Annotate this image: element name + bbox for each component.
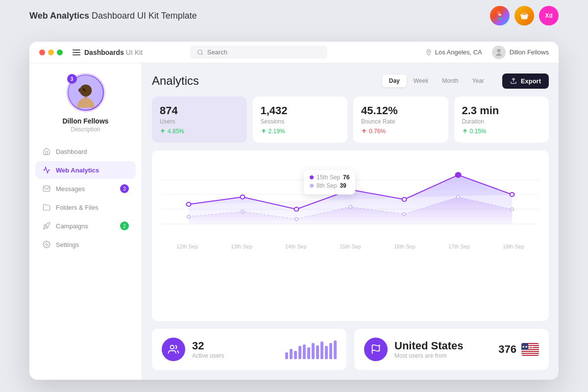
analytics-title: Analytics [152,74,199,88]
tab-week[interactable]: Week [407,74,435,87]
chart-svg [162,160,539,239]
svg-point-17 [241,195,245,199]
sidebar-item-web-analytics[interactable]: Web Analytics [35,161,136,179]
stat-label-bounce: Bounce Rate [361,118,441,125]
x-label-1: 13th Sep [231,244,252,249]
export-button[interactable]: Export [502,74,549,89]
user-avatar-small [492,46,506,59]
location-icon [425,49,432,56]
stat-change-duration: 0.15% [462,128,541,135]
stat-change-users: 4.85% [160,128,239,135]
sidebar-item-campaigns[interactable]: Campaigns 2 [35,217,136,235]
analytics-header: Analytics Day Week Month Year Export [152,73,549,89]
chart-icon [42,166,51,174]
sidebar-label-dashboard: Dashboard [56,148,87,155]
hamburger-menu[interactable] [73,49,80,55]
svg-point-3 [428,50,429,52]
mini-bar-item [312,343,315,359]
stat-change-sessions: 2.19% [261,128,340,135]
main-content: Analytics Day Week Month Year Export [142,63,559,380]
stat-value-duration: 2.3 min [462,104,541,117]
mini-bar-item [298,346,301,359]
mini-bar-chart [285,340,337,359]
change-val-duration: 0.15% [470,128,487,135]
tab-day[interactable]: Day [382,74,407,87]
user-area[interactable]: Dillon Fellows [492,46,549,59]
export-label: Export [521,77,541,85]
page-title-bold: Web Analytics [29,11,89,21]
svg-point-2 [198,50,202,54]
stat-card-duration: 2.3 min Duration 0.15% [454,97,549,143]
location-text: Los Angeles, CA [435,49,482,56]
svg-point-27 [403,213,406,216]
us-card-right: 376 [498,343,539,356]
mini-bar-item [285,352,288,359]
messages-badge: 3 [120,184,129,193]
folder-icon [42,203,51,212]
x-label-0: 12th Sep [176,244,198,249]
avatar-wrapper: 3 [66,73,105,112]
us-flag: ★★★★★★ [521,343,539,356]
flag-icon [370,344,381,355]
svg-point-10 [46,244,48,245]
change-val-bounce: 0.76% [369,128,386,135]
change-val-sessions: 2.19% [269,128,285,135]
sidebar-item-settings[interactable]: Settings [35,236,136,253]
search-input[interactable] [207,49,320,56]
stat-value-bounce: 45.12% [361,104,441,117]
avatar-badge: 3 [67,74,77,84]
nav-right: Los Angeles, CA Dillon Fellows [425,46,549,59]
mini-bar-item [290,349,293,359]
profile-section: 3 Dillon Fellows Description [62,73,108,133]
sidebar-item-folders[interactable]: Folders & Files [35,198,136,216]
x-label-5: 17th Sep [448,244,470,249]
svg-point-28 [457,196,460,198]
mini-bar-item [303,344,306,359]
x-label-2: 14th Sep [285,244,307,249]
window-body: 3 Dillon Fellows Description Dashboard [29,63,559,380]
x-axis-labels: 12th Sep 13th Sep 14th Sep 15th Sep 16th… [162,241,539,249]
maximize-button[interactable] [57,49,63,55]
sidebar-label-settings: Settings [56,241,79,248]
stat-card-bounce: 45.12% Bounce Rate 0.76% [353,97,448,143]
mini-bar-item [325,346,328,359]
search-area[interactable] [190,46,327,59]
active-users-label: Active users [192,352,224,359]
svg-text:★★★★★★: ★★★★★★ [521,345,534,349]
active-users-count: 32 [192,340,224,352]
page-title-bar: Web Analytics Dashboard UI Kit Template … [0,0,588,30]
tab-month[interactable]: Month [435,74,465,87]
arrow-up-icon [160,128,166,134]
campaigns-badge: 2 [120,221,129,230]
sidebar: 3 Dillon Fellows Description Dashboard [29,63,142,380]
close-button[interactable] [39,49,45,55]
stat-label-users: Users [160,118,239,125]
mail-icon [42,184,51,193]
stat-card-sessions: 1,432 Sessions 2.19% [253,97,348,143]
xd-icon: Xd [539,6,559,25]
mini-bar-item [316,345,319,360]
stat-change-bounce: 0.76% [361,128,441,135]
svg-point-21 [456,172,461,177]
rocket-icon [42,221,51,230]
profile-name: Dillon Fellows [62,117,108,125]
active-users-card: 32 Active users [152,329,346,370]
stat-card-users: 874 Users 4.85% [152,97,247,143]
sidebar-item-dashboard[interactable]: Dashboard [35,143,136,160]
change-val-users: 4.85% [168,128,184,135]
users-icon [168,344,179,355]
top-country-label: Most users are from [394,352,464,359]
svg-point-30 [171,345,174,349]
svg-point-25 [295,218,298,220]
stat-value-sessions: 1,432 [261,104,340,117]
stat-label-duration: Duration [462,118,541,125]
sidebar-label-analytics: Web Analytics [56,167,99,174]
home-icon [42,147,51,156]
mini-bar-item [329,343,332,359]
tab-year[interactable]: Year [466,74,491,87]
sketch-icon [514,6,534,25]
minimize-button[interactable] [48,49,54,55]
sidebar-item-messages[interactable]: Messages 3 [35,180,136,197]
traffic-lights [39,49,63,55]
mini-bar-item [294,351,297,359]
